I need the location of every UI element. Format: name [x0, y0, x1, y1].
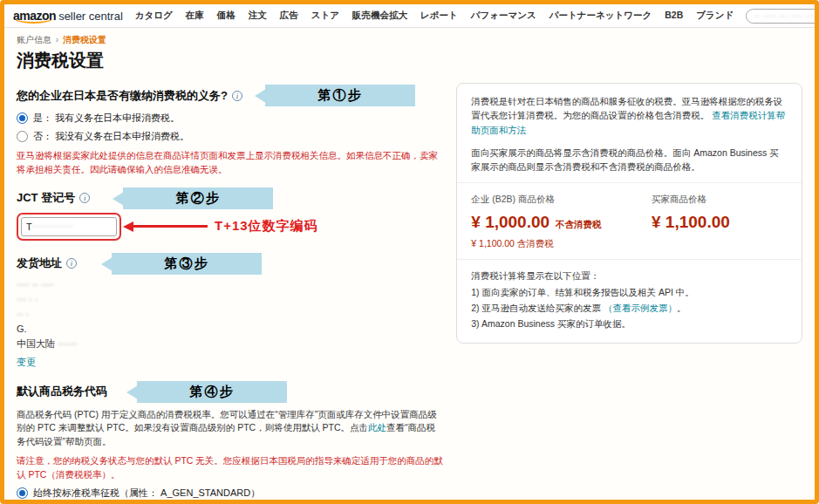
step-1-callout: 第①步 — [265, 85, 415, 106]
nav-item-reports[interactable]: レポート — [420, 10, 458, 22]
obligation-no-label: 否： 我没有义务在日本申报消费税。 — [33, 130, 189, 143]
b2b-price-label: 企业 (B2B) 商品价格 — [471, 192, 652, 206]
breadcrumb-separator: › — [56, 35, 58, 44]
location-item-2: 2) 亚马逊自动发送给买家的发票 （查看示例发票）。 — [471, 301, 788, 315]
info-paragraph-1: 消费税是针对在日本销售的商品和服务征收的税费。亚马逊将根据您的税务设置代表您计算… — [471, 94, 788, 137]
jct-input-highlight-box: T ············· — [17, 213, 121, 241]
address-line-redacted: ··· · · — [17, 292, 444, 307]
tax-display-locations: 消费税计算将显示在以下位置： 1) 面向卖家的订单、结算和税务报告以及相关 AP… — [471, 269, 788, 330]
b2b-price-column: 企业 (B2B) 商品价格 ¥ 1,000.00 不含消费税 ¥ 1,100.0… — [471, 192, 652, 250]
arrow-head-icon — [123, 221, 133, 232]
page-content: 账户信息 › 消费税设置 消费税设置 您的企业在日本是否有缴纳消费税的义务? i… — [4, 28, 815, 504]
nav-item-advertising[interactable]: 広告 — [280, 10, 298, 22]
nav-item-performance[interactable]: パフォーマンス — [471, 10, 536, 22]
sample-invoice-link[interactable]: （查看示例发票） — [604, 303, 677, 313]
location-item-2-suffix: 。 — [677, 303, 686, 313]
step-3-callout: 第③步 — [112, 253, 262, 275]
search-placeholder: ·· ···· ··· ···· ········ · ···· ··· — [754, 12, 819, 20]
nav-item-stores[interactable]: ストア — [311, 10, 339, 22]
obligation-no-option: 否： 我没有义务在日本申报消费税。 — [17, 130, 444, 143]
arrow-line — [133, 225, 208, 228]
address-postal-redacted: ······ — [58, 338, 77, 349]
b2b-sub-price-suffix: 含消费税 — [517, 238, 554, 249]
ship-address-block: ···· ·· ···· ··· · · ·· · G. 中国大陆 ······ — [17, 277, 444, 351]
search-input[interactable]: ·· ···· ··· ···· ········ · ···· ··· — [746, 9, 819, 24]
settings-form: 您的企业在日本是否有缴纳消费税的义务? i 第①步 是： 我有义务在日本申报消费… — [17, 83, 444, 504]
info-paragraph-2: 面向买家展示的商品将显示含消费税的商品价格。面向 Amazon Business… — [471, 146, 788, 174]
obligation-no-radio[interactable] — [17, 131, 28, 142]
ship-address-label: 发货地址 — [17, 255, 62, 271]
location-item-3: 3) Amazon Business 买家的订单收据。 — [471, 317, 788, 330]
ptc-tax-note: 请注意，您的纳税义务状态与您的默认 PTC 无关。您应根据日本国税局的指导来确定… — [17, 454, 444, 482]
jct-number-input[interactable]: T ············· — [21, 217, 117, 236]
address-line-redacted: ·· · — [17, 307, 444, 322]
ptc-standard-label: 始终按标准税率征税（属性： A_GEN_STANDARD） — [33, 487, 260, 500]
location-item-2-text: 2) 亚马逊自动发送给买家的发票 — [471, 303, 604, 313]
amazon-seller-central-logo[interactable]: amazon seller central — [13, 9, 123, 23]
jct-value-masked: ············· — [32, 222, 74, 230]
info-icon[interactable]: i — [79, 193, 90, 203]
ptc-standard-option: 始终按标准税率征税（属性： A_GEN_STANDARD） — [17, 487, 444, 500]
locations-heading: 消费税计算将显示在以下位置： — [471, 269, 788, 283]
step-4-callout: 第④步 — [137, 381, 287, 403]
buyer-price-value: ¥ 1,100.00 — [652, 209, 788, 235]
obligation-yes-radio[interactable] — [17, 112, 28, 124]
accuracy-warning-text: 亚马逊将根据卖家此处提供的信息在商品详情页面和发票上显示消费税相关信息。如果信息… — [17, 149, 444, 177]
ptc-help-link[interactable]: 此处 — [368, 422, 386, 432]
nav-item-brands[interactable]: ブランド — [696, 10, 734, 22]
ptc-description: 商品税务代码 (PTC) 用于定义商品的消费税税率。您可以通过在“管理库存”页面… — [17, 408, 444, 449]
breadcrumb-current: 消费税设置 — [63, 35, 106, 44]
nav-item-b2b[interactable]: B2B — [665, 10, 683, 22]
buyer-price-label: 买家商品价格 — [652, 192, 788, 206]
seller-central-page: amazon seller central カタログ 在庫 価格 注文 広告 ス… — [0, 0, 819, 504]
nav-item-growth[interactable]: 販売機会拡大 — [352, 10, 407, 22]
location-item-1: 1) 面向卖家的订单、结算和税务报告以及相关 API 中。 — [471, 285, 788, 299]
obligation-yes-label: 是： 我有义务在日本申报消费税。 — [33, 112, 180, 125]
address-line: G. — [17, 322, 444, 337]
top-nav: amazon seller central カタログ 在庫 価格 注文 広告 ス… — [4, 4, 815, 28]
main-menu: カタログ 在庫 価格 注文 広告 ストア 販売機会拡大 レポート パフォーマンス… — [135, 10, 734, 22]
nav-item-pricing[interactable]: 価格 — [217, 10, 235, 22]
nav-right-tools: ·· ···· ··· ···· ········ · ···· ··· | 日… — [746, 9, 819, 24]
buyer-price-column: 买家商品价格 ¥ 1,100.00 — [652, 192, 788, 250]
b2b-price-suffix: 不含消费税 — [556, 219, 602, 229]
obligation-yes-option: 是： 我有义务在日本申报消费税。 — [17, 112, 444, 125]
b2b-price-value: ¥ 1,000.00 — [471, 213, 549, 231]
address-country: 中国大陆 — [17, 338, 55, 349]
page-title: 消费税设置 — [17, 49, 802, 72]
address-line-redacted: ···· ·· ···· — [17, 277, 444, 292]
seller-central-logo-text: seller central — [58, 10, 123, 23]
change-address-link[interactable]: 变更 — [17, 356, 36, 369]
info-icon[interactable]: i — [232, 91, 242, 101]
nav-item-partner-network[interactable]: パートナーネットワーク — [549, 10, 652, 22]
info-icon[interactable]: i — [66, 258, 77, 269]
divider — [457, 259, 802, 260]
jct-format-annotation: T+13位数字编码 — [215, 218, 318, 235]
ptc-standard-radio[interactable] — [17, 487, 28, 499]
nav-item-orders[interactable]: 注文 — [249, 10, 267, 22]
nav-item-catalog[interactable]: カタログ — [135, 10, 173, 22]
price-example: 企业 (B2B) 商品价格 ¥ 1,000.00 不含消费税 ¥ 1,100.0… — [471, 192, 788, 250]
step-2-callout: 第②步 — [123, 187, 273, 209]
annotation-arrow — [123, 221, 208, 232]
default-ptc-heading: 默认商品税务代码 — [17, 384, 107, 399]
jct-number-label: JCT 登记号 — [17, 190, 75, 206]
breadcrumb: 账户信息 › 消费税设置 — [17, 34, 802, 46]
divider — [457, 182, 802, 183]
nav-item-inventory[interactable]: 在庫 — [186, 10, 204, 22]
jct-value-prefix: T — [26, 221, 32, 232]
amazon-logo-text: amazon — [13, 9, 56, 23]
tax-obligation-question: 您的企业在日本是否有缴纳消费税的义务? — [17, 88, 228, 104]
b2b-sub-price-value: ¥ 1,100.00 — [471, 238, 515, 249]
breadcrumb-account-info[interactable]: 账户信息 — [17, 35, 51, 44]
tax-info-panel: 消费税是针对在日本销售的商品和服务征收的税费。亚马逊将根据您的税务设置代表您计算… — [456, 83, 802, 344]
